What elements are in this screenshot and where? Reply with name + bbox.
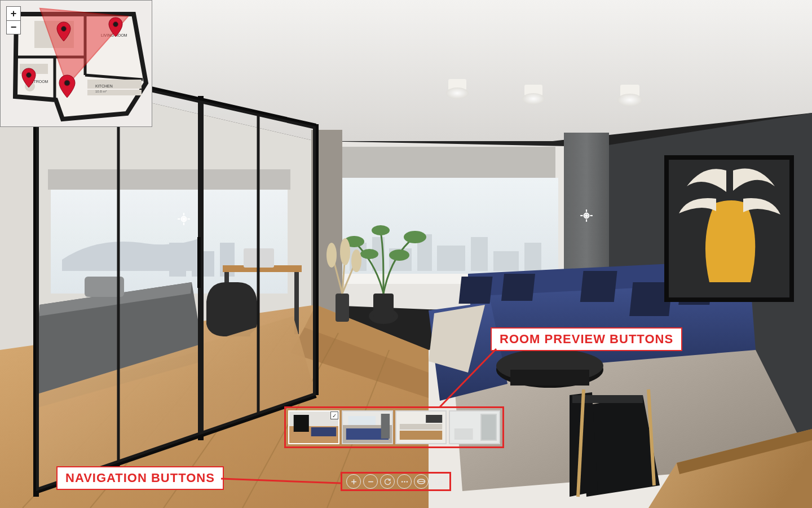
panorama-mode-button[interactable] bbox=[414, 474, 429, 489]
svg-point-66 bbox=[446, 87, 469, 99]
svg-rect-92 bbox=[197, 237, 201, 288]
svg-point-118 bbox=[64, 80, 70, 86]
svg-point-59 bbox=[340, 238, 350, 265]
svg-rect-147 bbox=[439, 481, 441, 484]
hotspot-bedroom[interactable] bbox=[176, 211, 192, 227]
svg-point-68 bbox=[617, 94, 642, 106]
svg-rect-41 bbox=[510, 370, 589, 386]
minimap[interactable]: RESTROOM KITCHEN 10.8 m² LIVING ROOM + − bbox=[0, 0, 152, 127]
svg-rect-15 bbox=[524, 243, 541, 271]
svg-text:10.8 m²: 10.8 m² bbox=[95, 90, 107, 93]
room-preview-strip: ✓ bbox=[284, 406, 504, 448]
minimap-zoom-in[interactable]: + bbox=[7, 7, 20, 20]
preview-kitchen[interactable] bbox=[395, 410, 447, 444]
annotation-navigation: NAVIGATION BUTTONS bbox=[56, 466, 224, 490]
svg-rect-14 bbox=[493, 251, 519, 271]
floorplan[interactable]: RESTROOM KITCHEN 10.8 m² LIVING ROOM bbox=[1, 1, 153, 128]
svg-rect-13 bbox=[471, 237, 488, 271]
svg-rect-125 bbox=[348, 416, 376, 426]
annotation-room-preview: ROOM PREVIEW BUTTONS bbox=[491, 327, 682, 351]
virtual-tour-viewport[interactable]: RESTROOM KITCHEN 10.8 m² LIVING ROOM + −… bbox=[0, 0, 812, 508]
svg-rect-135 bbox=[482, 415, 496, 440]
reset-view-button[interactable] bbox=[380, 474, 395, 489]
svg-point-116 bbox=[113, 22, 118, 27]
svg-point-60 bbox=[351, 249, 361, 272]
svg-rect-12 bbox=[437, 246, 465, 271]
svg-point-52 bbox=[360, 249, 378, 259]
minimap-zoom-controls: + − bbox=[6, 6, 21, 34]
svg-point-58 bbox=[326, 243, 337, 268]
svg-rect-136 bbox=[454, 428, 473, 440]
svg-rect-48 bbox=[373, 294, 394, 317]
svg-point-100 bbox=[585, 214, 587, 216]
svg-point-141 bbox=[401, 481, 403, 483]
fullscreen-button[interactable] bbox=[431, 474, 445, 489]
svg-rect-6 bbox=[330, 147, 555, 178]
svg-rect-128 bbox=[381, 414, 390, 439]
navigation-bar bbox=[341, 472, 451, 491]
zoom-in-button[interactable] bbox=[346, 474, 361, 489]
preview-bathroom[interactable] bbox=[449, 410, 500, 444]
svg-rect-34 bbox=[501, 274, 535, 301]
svg-point-53 bbox=[389, 249, 409, 261]
svg-rect-35 bbox=[580, 271, 617, 302]
svg-rect-54 bbox=[336, 294, 349, 322]
svg-point-117 bbox=[27, 73, 32, 78]
preview-living-room[interactable]: ✓ bbox=[288, 410, 339, 444]
svg-point-67 bbox=[522, 93, 545, 104]
svg-rect-130 bbox=[400, 424, 442, 430]
svg-point-143 bbox=[406, 481, 408, 483]
svg-point-94 bbox=[183, 218, 184, 220]
preview-bedroom[interactable] bbox=[342, 410, 393, 444]
check-icon: ✓ bbox=[330, 411, 338, 419]
svg-rect-33 bbox=[458, 277, 492, 304]
svg-rect-122 bbox=[294, 415, 309, 432]
minimap-label-kitchen: KITCHEN bbox=[95, 84, 113, 88]
svg-rect-132 bbox=[426, 415, 442, 423]
hotspot-living[interactable] bbox=[579, 208, 594, 224]
svg-point-51 bbox=[372, 225, 390, 235]
svg-point-142 bbox=[404, 481, 405, 483]
svg-rect-123 bbox=[311, 427, 336, 436]
zoom-out-button[interactable] bbox=[363, 474, 378, 489]
svg-point-115 bbox=[61, 27, 67, 32]
more-options-button[interactable] bbox=[397, 474, 412, 489]
minimap-zoom-out[interactable]: − bbox=[7, 20, 20, 34]
svg-point-50 bbox=[404, 231, 426, 243]
svg-rect-131 bbox=[400, 431, 442, 440]
